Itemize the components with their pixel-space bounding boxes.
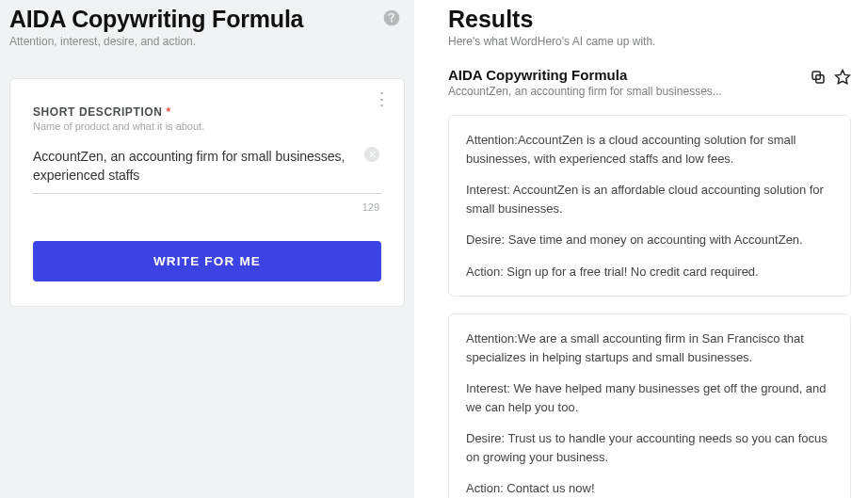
star-icon[interactable] [834,69,851,89]
result-line: Attention:We are a small accounting firm… [466,329,833,366]
field-help: Name of product and what it is about. [33,120,381,132]
result-actions [810,67,851,89]
copy-icon[interactable] [810,69,827,89]
result-line: Desire: Save time and money on accountin… [466,231,833,249]
result-item-title: AIDA Copywriting Formula [448,67,810,83]
right-panel: Results Here's what WordHero's AI came u… [414,0,868,498]
kebab-icon[interactable]: ⋮ [373,90,391,108]
svg-marker-2 [836,71,850,84]
input-card: ⋮ SHORT DESCRIPTION * Name of product an… [9,78,405,307]
results-subtitle: Here's what WordHero's AI came up with. [448,35,851,48]
textarea-wrap: ✕ [33,145,381,198]
field-label-text: SHORT DESCRIPTION [33,105,163,119]
page-subtitle: Attention, interest, desire, and action. [9,35,405,48]
title-row: AIDA Copywriting Formula [9,6,405,33]
short-description-input[interactable] [33,145,381,194]
result-line: Action: Contact us now! [466,479,833,498]
result-line: Desire: Trust us to handle your accounti… [466,429,833,466]
result-card[interactable]: Attention:We are a small accounting firm… [448,313,851,498]
field-label: SHORT DESCRIPTION * [33,100,381,119]
help-icon[interactable] [382,8,401,31]
clear-icon[interactable]: ✕ [364,147,379,162]
result-line: Interest: AccountZen is an affordable cl… [466,181,833,217]
write-for-me-button[interactable]: WRITE FOR ME [33,241,381,281]
result-line: Interest: We have helped many businesses… [466,379,833,416]
result-item-subtitle: AccountZen, an accounting firm for small… [448,85,810,98]
result-card[interactable]: Attention:AccountZen is a cloud accounti… [448,115,851,297]
char-count: 129 [33,201,381,213]
result-line: Attention:AccountZen is a cloud accounti… [466,131,833,168]
result-header: AIDA Copywriting Formula AccountZen, an … [448,67,851,98]
result-line: Action: Sign up for a free trial! No cre… [466,263,833,281]
required-asterisk: * [166,105,170,119]
results-title: Results [448,6,851,33]
page-title: AIDA Copywriting Formula [9,6,303,33]
left-panel: AIDA Copywriting Formula Attention, inte… [0,0,414,498]
